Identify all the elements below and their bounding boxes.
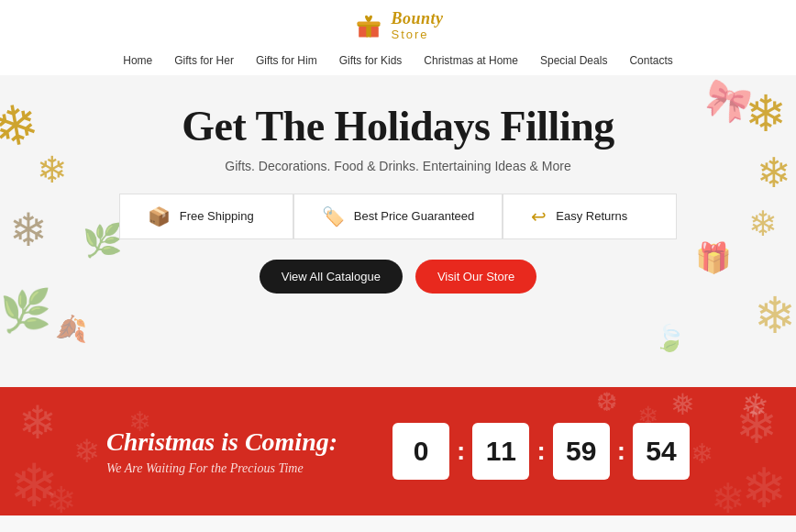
countdown-text: Christmas is Coming: We Are Waiting For …: [106, 427, 337, 476]
timer-days: 0: [392, 423, 449, 480]
svg-rect-3: [367, 23, 371, 37]
deco-snowflake-tl: ❄: [0, 90, 44, 162]
nav-home[interactable]: Home: [123, 54, 152, 67]
nav-gifts-her[interactable]: Gifts for Her: [174, 54, 234, 67]
price-icon: 🏷️: [322, 205, 345, 227]
nav-special-deals[interactable]: Special Deals: [540, 54, 607, 67]
shipping-icon: 📦: [148, 205, 171, 227]
deco-pine-left: 🌿: [0, 286, 51, 335]
returns-icon: ↩: [531, 205, 547, 227]
hero-title: Get The Holidays Filling: [182, 103, 614, 151]
colon-1: :: [457, 437, 465, 466]
countdown-title: Christmas is Coming:: [106, 427, 337, 458]
deco-snowflake-right1: ❄: [757, 149, 791, 197]
nav-christmas-home[interactable]: Christmas at Home: [424, 54, 518, 67]
deco-leaf-left: 🌿: [83, 222, 123, 260]
hero-subtitle: Gifts. Decorations. Food & Drinks. Enter…: [225, 159, 570, 173]
timer-seconds: 54: [633, 423, 690, 480]
deco-snowflake-left2: ❄: [9, 204, 48, 257]
deco-snowflake-left1: ❄: [37, 149, 68, 192]
deco-leaf-right: 🍃: [654, 323, 686, 353]
feature-price-label: Best Price Guaranteed: [354, 209, 475, 223]
deco-ribbon-tr: 🎀: [698, 75, 756, 129]
nav-gifts-him[interactable]: Gifts for Him: [256, 54, 317, 67]
feature-easy-returns: ↩ Easy Returns: [503, 194, 677, 239]
main-nav: Home Gifts for Her Gifts for Him Gifts f…: [0, 51, 796, 68]
colon-3: :: [617, 437, 625, 466]
cta-row: View All Catalogue Visit Our Store: [260, 260, 536, 294]
logo-sub: Store: [391, 28, 443, 41]
logo[interactable]: Bounty Store: [352, 9, 443, 42]
nav-contacts[interactable]: Contacts: [629, 54, 672, 67]
feature-bar: 📦 Free Shipping 🏷️ Best Price Guaranteed…: [119, 194, 678, 239]
feature-returns-label: Easy Returns: [556, 209, 627, 223]
visit-store-button[interactable]: Visit Our Store: [415, 260, 536, 294]
logo-name: Bounty: [391, 10, 443, 28]
nav-gifts-kids[interactable]: Gifts for Kids: [339, 54, 403, 67]
feature-best-price: 🏷️ Best Price Guaranteed: [293, 194, 503, 239]
feature-free-shipping: 📦 Free Shipping: [119, 194, 293, 239]
hero-section: ❄ ❄ ❄ 🌿 🌿 ❄ 🎀 ❄ ❄ 🎁 ❄ 🍂 🍃 Get The Holida…: [0, 75, 796, 387]
feature-shipping-label: Free Shipping: [180, 209, 254, 223]
countdown-subtitle: We Are Waiting For the Precious Time: [106, 461, 337, 476]
deco-gift-right: 🎁: [695, 240, 732, 275]
colon-2: :: [536, 437, 545, 466]
view-catalogue-button[interactable]: View All Catalogue: [260, 260, 403, 294]
deco-snowflake-right2: ❄: [748, 204, 778, 244]
deco-pinecone: 🍂: [55, 314, 87, 344]
timer-hours: 11: [472, 423, 529, 480]
countdown-section: ❄ ❄ ❄ ❄ ❄ ❄ ❄ ❄ ❄ ❄ ❄ ❅ ❆ Christmas is C…: [0, 387, 796, 515]
timer-minutes: 59: [553, 423, 610, 480]
svg-rect-4: [358, 22, 381, 26]
deco-snowflake-tr: ❄: [745, 84, 787, 143]
countdown-timer: 0 : 11 : 59 : 54: [392, 423, 690, 480]
deco-snowflake-br: ❄: [754, 286, 796, 345]
logo-icon: [352, 9, 385, 42]
site-header: Bounty Store Home Gifts for Her Gifts fo…: [0, 0, 796, 75]
